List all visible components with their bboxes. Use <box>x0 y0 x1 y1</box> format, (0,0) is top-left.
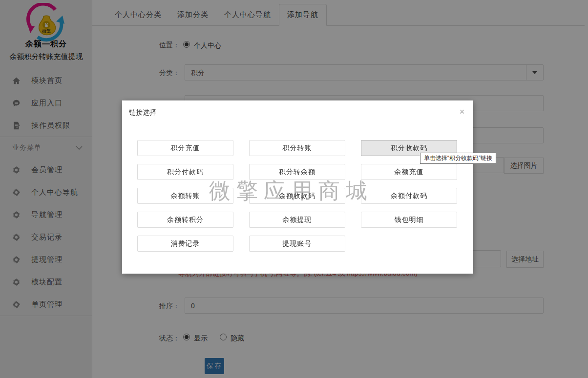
link-option-button[interactable]: 积分付款码 <box>137 164 233 180</box>
link-option-button[interactable]: 余额转积分 <box>137 212 233 228</box>
link-option-button[interactable]: 余额付款码 <box>361 188 457 204</box>
link-option-button[interactable]: 消费记录 <box>137 236 233 252</box>
link-option-button[interactable]: 余额转账 <box>137 188 233 204</box>
link-select-modal: 链接选择 × 积分充值 积分转账 积分收款码 积分付款码 积分转余额 余额充值 … <box>122 100 473 274</box>
link-option-button[interactable]: 提现账号 <box>249 236 345 252</box>
tooltip: 单击选择“积分收款码”链接 <box>420 153 496 164</box>
link-option-button[interactable]: 积分转账 <box>249 140 345 156</box>
modal-title: 链接选择 <box>129 108 156 117</box>
link-options-grid: 积分充值 积分转账 积分收款码 积分付款码 积分转余额 余额充值 余额转账 余额… <box>137 140 457 252</box>
link-option-button[interactable]: 积分充值 <box>137 140 233 156</box>
link-option-button[interactable]: 余额提现 <box>249 212 345 228</box>
link-option-button[interactable]: 余额收款码 <box>249 188 345 204</box>
close-icon[interactable]: × <box>457 106 467 117</box>
link-option-button[interactable]: 余额充值 <box>361 164 457 180</box>
link-option-button[interactable]: 钱包明细 <box>361 212 457 228</box>
link-option-button[interactable]: 积分转余额 <box>249 164 345 180</box>
